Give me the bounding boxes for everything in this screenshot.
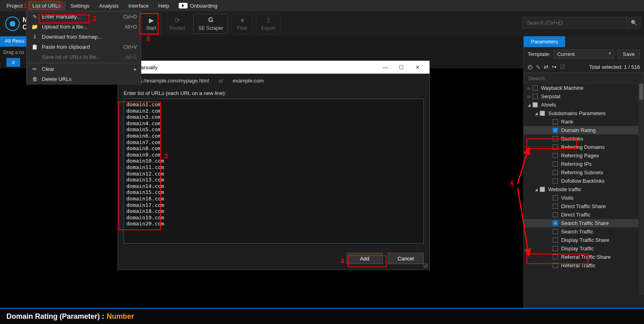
maximize-button[interactable]: ☐: [393, 64, 409, 70]
param-subdomains-parameters[interactable]: ◢Subdomains Parameters: [524, 109, 644, 118]
ctx-enter-manually-[interactable]: ✎Enter manually...Ctrl+D: [27, 12, 141, 22]
checkbox[interactable]: [533, 94, 538, 99]
ctx-clear[interactable]: ✏Clear▸: [27, 64, 141, 74]
checkbox[interactable]: [553, 136, 558, 141]
param-backlinks[interactable]: Backlinks: [524, 134, 644, 143]
param-referring-domains[interactable]: Referring Domains: [524, 143, 644, 151]
checkbox[interactable]: [553, 237, 558, 243]
checkbox[interactable]: [533, 85, 538, 91]
swap-icon[interactable]: ⇄: [544, 64, 549, 70]
menu-help[interactable]: Help: [153, 1, 174, 10]
search-input[interactable]: [522, 17, 627, 29]
checkbox[interactable]: [533, 102, 538, 107]
params-search[interactable]: [524, 73, 644, 84]
checkbox[interactable]: [553, 204, 558, 209]
tab-all-results[interactable]: All Resu: [0, 36, 29, 47]
export-button[interactable]: ⇪ Export: [256, 14, 281, 34]
restart-button[interactable]: ⟳ Restart: [165, 14, 190, 33]
checkbox[interactable]: [553, 263, 558, 268]
param-domain-rating[interactable]: Domain Rating: [524, 126, 644, 134]
minimize-button[interactable]: —: [377, 64, 393, 70]
param-referring-ips[interactable]: Referring IPs: [524, 160, 644, 168]
checkbox[interactable]: [553, 246, 558, 251]
urls-textarea[interactable]: [124, 99, 424, 244]
hash-column[interactable]: #: [6, 58, 20, 67]
param-search-traffic[interactable]: Search Traffic: [524, 227, 644, 236]
ctx-delete-urls[interactable]: 🗑Delete URLs: [27, 74, 141, 84]
param-dofollow-backlinks[interactable]: Dofollow Backlinks: [524, 177, 644, 185]
checkbox[interactable]: [540, 111, 545, 116]
save-button[interactable]: Save: [617, 50, 640, 59]
param-referring-subnets[interactable]: Referring Subnets: [524, 168, 644, 177]
resize-grip[interactable]: [423, 263, 428, 268]
tree-caret-icon: ◢: [528, 103, 533, 107]
checkbox[interactable]: [553, 161, 558, 167]
start-label: Start: [146, 25, 156, 31]
checkbox[interactable]: [553, 195, 558, 200]
tree-scrollbar[interactable]: [638, 84, 644, 295]
shrink-icon[interactable]: ⤡: [536, 64, 541, 70]
checkbox[interactable]: [553, 229, 558, 234]
modal-titlebar[interactable]: URLs Manually — ☐ ✕: [118, 61, 429, 74]
add-button[interactable]: Add: [347, 253, 383, 264]
checkbox[interactable]: [553, 119, 558, 124]
checkbox[interactable]: [553, 221, 558, 226]
menu-project[interactable]: Project: [2, 1, 27, 10]
menu-interface[interactable]: Interface: [124, 1, 154, 10]
app-logo: [0, 17, 25, 31]
param-direct-traffic[interactable]: Direct Traffic: [524, 210, 644, 219]
param-label: Backlinks: [561, 136, 583, 142]
menu-settings[interactable]: Settings: [66, 1, 94, 10]
param-label: Referring IPs: [561, 161, 592, 167]
footer-type: Number: [107, 312, 134, 321]
param-referral-traffic[interactable]: Referral Traffic: [524, 261, 644, 270]
param-website-traffic[interactable]: ◢Website traffic: [524, 185, 644, 194]
param-visits[interactable]: Visits: [524, 194, 644, 202]
param-direct-traffic-share[interactable]: Direct Traffic Share: [524, 202, 644, 210]
menu-list-of-urls[interactable]: List of URLs: [27, 1, 66, 10]
ctx-download-from-sitemap-[interactable]: ⇩Download from Sitemap...: [27, 32, 141, 42]
param-rank[interactable]: Rank: [524, 118, 644, 126]
param-search-traffic-share[interactable]: Search Traffic Share: [524, 219, 644, 227]
menu-onboarding[interactable]: Onboarding: [174, 1, 222, 10]
checkbox[interactable]: [553, 254, 558, 260]
tree-caret-icon: ▷: [528, 95, 533, 99]
ctx-label: Clear: [42, 66, 131, 72]
menu-analysis[interactable]: Analysis: [94, 1, 123, 10]
param-wayback-machine[interactable]: ▷Wayback Machine: [524, 84, 644, 92]
footer-param: Domain Rating (Parameter) :: [6, 312, 104, 321]
export-icon: ⇪: [264, 17, 272, 24]
checkbox[interactable]: [553, 153, 558, 158]
ctx-save-list-of-urls-to-file-[interactable]: Save list of URLs to file...Alt+S: [27, 52, 141, 62]
checkbox[interactable]: [553, 178, 558, 184]
sescraper-button[interactable]: G SE Scraper: [193, 14, 228, 34]
checkbox[interactable]: [553, 128, 558, 133]
export-label: Export: [261, 25, 275, 31]
search-button[interactable]: 🔍: [627, 17, 641, 29]
param-serpstat[interactable]: ▷Serpstat: [524, 92, 644, 101]
param-referring-pages[interactable]: Referring Pages: [524, 151, 644, 160]
param-referral-traffic-share[interactable]: Referral Traffic Share: [524, 253, 644, 261]
check-icon[interactable]: ☑: [560, 64, 565, 70]
checkbox[interactable]: [553, 212, 558, 217]
cancel-button[interactable]: Cancel: [388, 253, 424, 264]
param-ahrefs[interactable]: ◢Ahrefs: [524, 101, 644, 109]
filter-button[interactable]: ▾ Filter: [231, 14, 253, 34]
param-label: Rank: [561, 119, 573, 125]
template-select[interactable]: Current: [553, 50, 614, 59]
checkbox[interactable]: [540, 187, 545, 192]
ctx-icon: 🗑: [31, 76, 39, 82]
checkbox[interactable]: [553, 170, 558, 175]
param-display-traffic[interactable]: Display Traffic: [524, 244, 644, 253]
params-tree[interactable]: ▷Wayback Machine▷Serpstat◢Ahrefs◢Subdoma…: [524, 84, 644, 295]
parameters-tab[interactable]: Parameters: [524, 36, 565, 47]
ctx-label: Save list of URLs to file...: [42, 54, 125, 60]
redo-icon[interactable]: ↪: [552, 64, 557, 70]
eraser-icon[interactable]: ◴: [528, 64, 533, 70]
ctx-paste-from-clipboard[interactable]: 📋Paste from clipboardCtrl+V: [27, 42, 141, 52]
close-button[interactable]: ✕: [409, 64, 425, 70]
checkbox[interactable]: [553, 144, 558, 150]
param-display-traffic-share[interactable]: Display Traffic Share: [524, 236, 644, 244]
ctx-upload-from-a-file-[interactable]: 📁Upload from a file...Alt+O: [27, 22, 141, 32]
start-button[interactable]: ▶ Start: [141, 14, 161, 34]
